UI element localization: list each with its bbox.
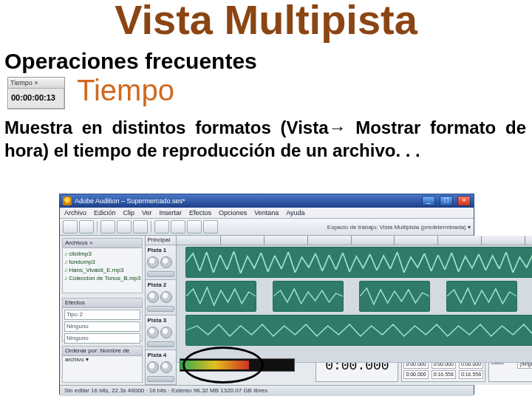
toolbar-button[interactable] — [63, 220, 78, 233]
mixer-tab[interactable]: Principal Mezclador × — [146, 236, 176, 245]
toolbar-button[interactable] — [171, 220, 185, 233]
toolbar-button[interactable] — [117, 220, 132, 233]
timeline-pane: ■ ▶ ❚❚ ⏮ ⏭ ↻ ● Tiempo × — [177, 236, 532, 385]
track-headers-pane: Principal Mezclador × Pista 1 Pista 2 Pi… — [146, 236, 177, 385]
window-maximize-button[interactable]: □ — [440, 196, 453, 206]
track-name: Pista 2 — [147, 282, 174, 288]
audio-clip[interactable] — [446, 281, 517, 312]
toolbar-button[interactable] — [79, 220, 94, 233]
svg-rect-6 — [186, 316, 532, 345]
fx-panel: Efectos Tipo 2 Ninguno Ninguno — [62, 298, 143, 341]
menu-item[interactable]: Clip — [123, 209, 135, 216]
fx-slot[interactable]: Tipo 2 — [64, 310, 140, 320]
slide-subtitle: Operaciones frecuentes — [4, 49, 257, 74]
list-item[interactable]: Hans_Vivaldi_E.mp3 — [64, 266, 140, 274]
knob-icon[interactable] — [160, 327, 172, 338]
fx-slot[interactable]: Ninguno — [64, 333, 140, 344]
menu-item[interactable]: Efectos — [189, 209, 211, 216]
files-panel-header: Archivos × — [63, 239, 142, 248]
body-line1a: Muestra en distintos formatos (Vista — [4, 117, 328, 137]
fader-icon[interactable] — [147, 271, 174, 277]
window-titlebar: Adobe Audition – Supermercado.ses* _ □ × — [60, 194, 474, 208]
status-bar: Sin editar 16 bits, 22.3s 48000 · 16 bit… — [60, 385, 474, 396]
timeline-ruler[interactable] — [177, 236, 532, 245]
knob-icon[interactable] — [160, 291, 172, 303]
audition-screenshot: Adobe Audition – Supermercado.ses* _ □ ×… — [59, 194, 474, 395]
value-cell[interactable]: 0:16.558 — [459, 370, 483, 379]
fader-icon[interactable] — [147, 376, 174, 382]
menu-item[interactable]: Ver — [142, 209, 152, 216]
app-icon — [63, 197, 72, 205]
list-item[interactable]: Colección de Tonos_B.mp3 — [64, 274, 140, 282]
track-header[interactable]: Pista 4 — [146, 350, 176, 385]
audio-clip[interactable] — [185, 281, 256, 312]
track-header[interactable]: Pista 1 — [146, 245, 176, 280]
knob-icon[interactable] — [160, 361, 172, 373]
knob-icon[interactable] — [147, 327, 159, 338]
toolbar-button[interactable] — [187, 220, 202, 233]
arrow-icon: → — [328, 117, 346, 137]
value-cell[interactable]: 0:00.000 — [403, 370, 428, 379]
tiempo-chip-header: Tiempo × — [8, 78, 64, 89]
toolbar-button[interactable] — [133, 220, 148, 233]
tracks-area[interactable] — [177, 245, 532, 337]
audio-clip[interactable] — [273, 281, 344, 312]
window-close-button[interactable]: × — [457, 196, 471, 206]
sort-panel: Ordenar por: Nombre de archivo ▾ — [62, 346, 143, 383]
menu-item[interactable]: Edición — [94, 209, 116, 216]
section-heading-tiempo: Tiempo — [77, 74, 174, 107]
sort-panel-header: Ordenar por: Nombre de archivo ▾ — [63, 347, 142, 356]
fx-panel-header: Efectos — [63, 299, 142, 308]
knob-icon[interactable] — [147, 291, 159, 303]
menu-item[interactable]: Archivo — [64, 209, 86, 216]
menu-bar[interactable]: Archivo Edición Clip Ver Insertar Efecto… — [60, 208, 474, 219]
menu-item[interactable]: Insertar — [160, 209, 183, 216]
list-item[interactable]: cliclimp3 — [64, 250, 140, 258]
left-pane: Archivos × cliclimp3 fondomp3 Hans_Vival… — [60, 236, 146, 385]
audio-clip[interactable] — [185, 247, 532, 278]
level-meter — [180, 358, 295, 372]
toolbar: Espacio de trabajo: Vista Multipista (pr… — [60, 219, 474, 236]
track-name: Pista 3 — [147, 317, 174, 324]
files-list[interactable]: cliclimp3 fondomp3 Hans_Vivaldi_E.mp3 Co… — [63, 248, 142, 293]
svg-rect-0 — [186, 248, 532, 277]
window-minimize-button[interactable]: _ — [422, 196, 435, 206]
menu-item[interactable]: Ayuda — [286, 209, 304, 216]
menu-item[interactable]: Ventana — [254, 209, 279, 216]
tiempo-chip-value: 00:00:00:13 — [8, 89, 64, 106]
menu-item[interactable]: Opciones — [219, 209, 247, 216]
tiempo-chip: Tiempo × 00:00:00:13 — [7, 77, 65, 109]
fader-icon[interactable] — [147, 306, 174, 312]
track-name: Pista 1 — [147, 247, 174, 253]
list-item[interactable]: fondomp3 — [64, 258, 140, 266]
audio-clip[interactable] — [359, 281, 430, 312]
knob-icon[interactable] — [147, 361, 159, 373]
files-panel: Archivos × cliclimp3 fondomp3 Hans_Vival… — [62, 238, 143, 293]
toolbar-button[interactable] — [100, 220, 115, 233]
audio-clip[interactable] — [185, 315, 532, 346]
body-text: Muestra en distintos formatos (Vista→ Mo… — [4, 117, 526, 162]
fx-slot[interactable]: Ninguno — [64, 321, 140, 332]
window-title: Adobe Audition – Supermercado.ses* — [75, 197, 185, 205]
slide-title: Vista Multipista — [0, 0, 532, 44]
track-name: Pista 4 — [147, 352, 174, 358]
knob-icon[interactable] — [147, 256, 159, 268]
fader-icon[interactable] — [147, 341, 174, 347]
knob-icon[interactable] — [160, 256, 172, 268]
track-header[interactable]: Pista 3 — [146, 316, 176, 350]
toolbar-button[interactable] — [203, 220, 218, 233]
track-header[interactable]: Pista 2 — [146, 280, 176, 315]
toolbar-button[interactable] — [154, 220, 169, 233]
value-cell[interactable]: 0:16.558 — [432, 370, 456, 379]
